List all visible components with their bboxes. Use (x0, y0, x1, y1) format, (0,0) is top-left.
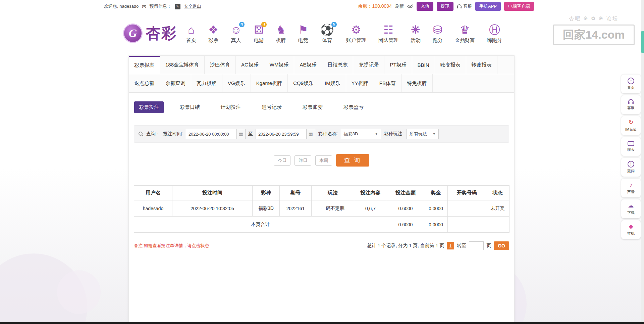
subtab-plan-bets[interactable]: 计划投注 (216, 101, 246, 113)
headset-icon (457, 4, 462, 9)
today-button[interactable]: 今日 (274, 155, 290, 166)
tab-temian-chess[interactable]: 特免棋牌 (401, 74, 433, 92)
recharge-button[interactable]: 充值 (417, 2, 433, 11)
scrollbar-track[interactable] (641, 0, 644, 324)
to-label: 至 (248, 131, 253, 137)
subtab-lottery-profit[interactable]: 彩票盈亏 (339, 101, 368, 113)
logo[interactable]: G 杏彩 (123, 24, 177, 43)
cell-play: 一码不定胆 (312, 200, 354, 217)
go-button[interactable]: GO (494, 241, 509, 250)
col-bet-amount: 投注金额 (387, 186, 424, 200)
nav-item-home[interactable]: ⌂ 首页 (186, 23, 196, 44)
calendar-icon[interactable]: ▦ (237, 129, 246, 139)
wealth-icon: ♛ (460, 23, 470, 37)
hi-paofen-icon: Ⓗ (489, 23, 500, 37)
col-username: 用户名 (134, 186, 172, 200)
new-badge: N (331, 22, 337, 27)
tab-shaba-sport[interactable]: 沙巴体育 (205, 56, 236, 74)
customer-service-link[interactable]: 客服 (457, 3, 472, 9)
tab-wm[interactable]: WM娱乐 (264, 56, 294, 74)
side-home[interactable]: ↑ 首页 (621, 75, 641, 93)
mobile-app-button[interactable]: 手机APP (475, 2, 501, 11)
play-type-select[interactable]: 所有玩法 ▼ (407, 129, 439, 139)
summary-status: — (486, 217, 509, 233)
nav-item-hi-paofen[interactable]: Ⓗ 嗨跑分 (487, 23, 502, 44)
tab-ae[interactable]: AE娱乐 (294, 56, 322, 74)
yesterday-button[interactable]: 昨日 (294, 155, 311, 166)
calendar-icon[interactable]: ▦ (307, 129, 315, 139)
tab-pt[interactable]: PT娱乐 (384, 56, 412, 74)
refresh-balance-link[interactable]: 刷新 (395, 3, 404, 9)
tab-vg[interactable]: VG娱乐 (222, 74, 251, 92)
nav-item-lottery[interactable]: ❖ 彩票 (208, 23, 218, 44)
search-button[interactable]: 查 询 (336, 154, 369, 167)
tab-188-sport[interactable]: 188金宝博体育 (160, 56, 205, 74)
tab-ag[interactable]: AG娱乐 (236, 56, 264, 74)
tab-kgame[interactable]: Kgame棋牌 (251, 74, 288, 92)
subtab-lottery-daily[interactable]: 彩票日结 (175, 101, 205, 113)
side-download[interactable]: ☁ 下载 (621, 199, 641, 218)
subtab-chase-records[interactable]: 追号记录 (257, 101, 286, 113)
tab-daily-summary[interactable]: 日结总览 (322, 56, 353, 74)
search-icon (138, 131, 144, 137)
tab-im[interactable]: IM娱乐 (319, 74, 346, 92)
chat-bubble-icon: ··· (628, 141, 634, 146)
welcome-text: 欢迎您, hadesado (104, 3, 139, 9)
tab-rebate-total[interactable]: 返点总额 (129, 74, 160, 92)
nav-item-esports[interactable]: ⚑ 电竞 (298, 23, 308, 44)
tab-deposit-withdraw[interactable]: 充提记录 (353, 56, 384, 74)
tab-transfer-report[interactable]: 转账报表 (466, 56, 497, 74)
edit-reserved-icon[interactable]: ✎ (175, 4, 180, 9)
logout-link[interactable]: 安全退出 (184, 3, 201, 9)
nav-item-sports[interactable]: ⚽ N 体育 (320, 23, 334, 44)
hide-balance-icon[interactable] (407, 4, 413, 9)
gem-icon: ◆ (629, 223, 633, 230)
end-time-input[interactable] (256, 129, 307, 139)
nav-item-activity[interactable]: ❋ 活动 (411, 23, 421, 44)
subtab-lottery-account-change[interactable]: 彩票账变 (298, 101, 327, 113)
scrollbar-thumb[interactable] (641, 31, 644, 53)
nav-item-account[interactable]: ⚙ 账户管理 (346, 23, 366, 44)
side-idle[interactable]: ◆ 挂机 (621, 220, 641, 239)
nav-item-team[interactable]: ☷ 团队管理 (378, 23, 398, 44)
hot-badge: H (261, 22, 267, 27)
tab-lottery-report[interactable]: 彩票报表 (129, 56, 160, 74)
lottery-name-select[interactable]: 福彩3D ▼ (341, 129, 381, 139)
side-question[interactable]: ! 疑问 (621, 158, 641, 177)
nav-item-egame[interactable]: ⚄ H 电游 (254, 23, 264, 44)
quick-filter-row: 今日 昨日 本周 查 询 (129, 154, 514, 167)
subtab-lottery-bets[interactable]: 彩票投注 (134, 101, 164, 113)
tab-wali-chess[interactable]: 瓦力棋牌 (191, 74, 222, 92)
side-chat[interactable]: ··· 聊天 (621, 137, 641, 156)
reserved-info-label: 预留信息： (150, 3, 171, 9)
sub-tabs: 彩票投注 彩票日结 计划投注 追号记录 彩票账变 彩票盈亏 (129, 93, 514, 113)
start-time-input[interactable] (186, 129, 237, 139)
goto-page-input[interactable] (469, 241, 484, 250)
tab-fb-sport[interactable]: FB体育 (374, 74, 401, 92)
side-sound[interactable]: ♪ 声音 (621, 179, 641, 197)
paofen-icon: ⛁ (433, 23, 442, 37)
tab-account-change[interactable]: 账变报表 (435, 56, 466, 74)
nav-item-wealth[interactable]: ♛ 金鼎财富 (455, 23, 475, 44)
mail-icon[interactable]: ✉ (142, 4, 146, 9)
nav-item-paofen[interactable]: ⛁ 跑分 (433, 23, 443, 44)
tab-yy-chess[interactable]: YY棋牌 (346, 74, 374, 92)
tab-cq9[interactable]: CQ9娱乐 (288, 74, 319, 92)
page-unit-label: 页 (486, 243, 491, 249)
col-draw-number: 开奖号码 (448, 186, 486, 200)
floating-side-menu: ↑ 首页 客服 ↻ IM充值 ··· 聊天 ! 疑问 ♪ 声音 ☁ 下载 ◆ 挂… (621, 75, 641, 239)
cell-bet-amount: 0.6000 (387, 200, 424, 217)
this-week-button[interactable]: 本周 (315, 155, 332, 166)
cell-status-link[interactable]: 未开奖 (486, 200, 509, 217)
header: G 杏彩 ⌂ 首页 ❖ 彩票 ☺ N 真人 ⚄ H 电游 ♞ 棋牌 ⚑ 电竞 (0, 13, 644, 54)
table-row: hadesado 2022-06-20 10:32:05 福彩3D 202216… (134, 200, 509, 217)
pc-client-button[interactable]: 电脑客户端 (504, 2, 534, 11)
withdraw-button[interactable]: 提现 (437, 2, 453, 11)
side-service[interactable]: 客服 (621, 95, 641, 114)
side-im-recharge[interactable]: ↻ IM充值 (621, 116, 641, 135)
tab-bbin[interactable]: BBIN (412, 56, 435, 74)
nav-item-live[interactable]: ☺ N 真人 (230, 23, 242, 44)
current-page-button[interactable]: 1 (447, 242, 454, 249)
tab-balance-query[interactable]: 余额查询 (160, 74, 191, 92)
nav-item-chess[interactable]: ♞ 棋牌 (276, 23, 286, 44)
